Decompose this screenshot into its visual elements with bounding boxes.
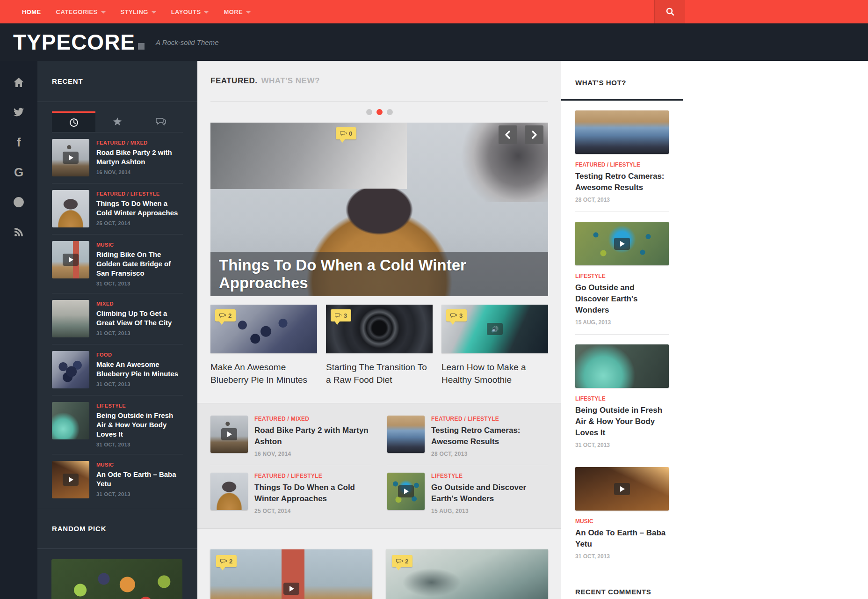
random-pick-image[interactable] — [51, 559, 182, 599]
post-category: LIFESTYLE — [575, 395, 669, 402]
carousel-next-button[interactable] — [525, 125, 543, 144]
post-thumbnail — [52, 241, 89, 278]
post-date: 31 OCT, 2013 — [96, 381, 183, 387]
recent-post[interactable]: LIFESTYLE Being Outside in Fresh Air & H… — [52, 395, 183, 454]
comment-count-badge: 2 — [215, 309, 236, 321]
post-date: 31 OCT, 2013 — [575, 553, 669, 560]
featured-sublabel: WHAT'S NEW? — [261, 76, 320, 86]
nav-item-categories[interactable]: CATEGORIES — [49, 0, 113, 23]
post-title: Testing Retro Cameras: Awesome Results — [575, 171, 669, 193]
post-title: Starting The Transition To a Raw Food Di… — [326, 361, 433, 386]
hot-post[interactable]: LIFESTYLE Being Outside in Fresh Air & H… — [575, 335, 669, 457]
tab-recent[interactable] — [52, 111, 95, 132]
rail-google-button[interactable]: G — [0, 157, 37, 187]
nav-label: HOME — [22, 8, 41, 15]
twitter-icon — [13, 108, 24, 117]
post-thumbnail — [52, 139, 89, 176]
nav-item-layouts[interactable]: LAYOUTS — [164, 0, 217, 23]
post-thumbnail — [52, 300, 89, 337]
post-category: FEATURED / MIXED — [96, 140, 183, 146]
site-header: TYPECORE A Rock-solid Theme — [0, 23, 868, 61]
comment-icon — [219, 313, 226, 318]
post-date: 16 NOV, 2014 — [254, 451, 371, 457]
facebook-icon: f — [17, 136, 21, 148]
logo-text: TYPECORE — [13, 31, 135, 53]
nav-label: CATEGORIES — [56, 8, 98, 15]
rail-twitter-button[interactable] — [0, 97, 37, 127]
play-icon — [63, 474, 79, 486]
recent-post[interactable]: FOOD Make An Awesome Blueberry Pie In Mi… — [52, 344, 183, 395]
featured-section-header: FEATURED. WHAT'S NEW? — [210, 61, 548, 102]
post-title: Go Outside and Discover Earth's Wonders — [575, 282, 669, 316]
post-thumbnail: 2 — [210, 305, 317, 353]
nav-item-home[interactable]: HOME — [14, 0, 49, 23]
recent-post[interactable]: MUSIC Riding Bike On The Golden Gate Bri… — [52, 234, 183, 293]
comment-icon — [335, 313, 341, 318]
hot-post[interactable]: LIFESTYLE Go Outside and Discover Earth'… — [575, 212, 669, 335]
hot-post[interactable]: MUSIC An Ode To Earth – Baba Yetu 31 OCT… — [575, 457, 669, 568]
slide-sky-art — [210, 123, 407, 189]
carousel-dot-active[interactable] — [376, 109, 383, 115]
carousel-dot[interactable] — [366, 109, 372, 115]
featured-label: FEATURED. — [210, 76, 258, 86]
rail-dribbble-button[interactable] — [0, 187, 37, 217]
post-thumbnail — [387, 416, 425, 453]
featured-item[interactable]: 3 Starting The Transition To a Raw Food … — [326, 305, 433, 386]
post-title: Go Outside and Discover Earth's Wonders — [431, 482, 548, 504]
grid-post[interactable]: LIFESTYLE Go Outside and Discover Earth'… — [387, 465, 548, 522]
post-date: 31 OCT, 2013 — [575, 442, 669, 448]
comment-count: 0 — [349, 130, 352, 137]
page: HOME CATEGORIES STYLING LAYOUTS MORE TYP… — [0, 0, 868, 599]
post-thumbnail — [52, 190, 89, 227]
nav-item-more[interactable]: MORE — [216, 0, 258, 23]
featured-item[interactable]: 2 Make An Awesome Blueberry Pie In Minut… — [210, 305, 317, 386]
recent-post[interactable]: MIXED Climbing Up To Get a Great View Of… — [52, 293, 183, 344]
recent-post[interactable]: MUSIC An Ode To Earth – Baba Yetu 31 OCT… — [52, 454, 183, 505]
recent-clock-icon — [69, 118, 79, 127]
featured-slide[interactable]: 0 Things To Do When a Cold Winter Approa… — [210, 123, 548, 296]
carousel-prev-button[interactable] — [499, 125, 517, 144]
play-icon — [614, 238, 630, 250]
search-icon — [665, 7, 675, 16]
tab-comments[interactable] — [139, 111, 182, 132]
carousel-dot[interactable] — [387, 109, 393, 115]
recent-widget-tabs — [52, 111, 183, 132]
post-image: 2 — [386, 549, 548, 599]
recent-post[interactable]: FEATURED / MIXED Road Bike Party 2 with … — [52, 132, 183, 183]
post-category: FEATURED / MIXED — [254, 416, 371, 422]
bottom-post[interactable]: 2 MUSIC31 OCT, 2013 — [210, 549, 372, 599]
grid-post[interactable]: FEATURED / LIFESTYLE Things To Do When a… — [210, 465, 371, 522]
recent-post[interactable]: FEATURED / LIFESTYLE Things To Do When a… — [52, 183, 183, 234]
hot-post[interactable]: FEATURED / LIFESTYLE Testing Retro Camer… — [575, 101, 669, 212]
featured-item[interactable]: 3 🔊 Learn How to Make a Healthy Smoothie — [441, 305, 548, 386]
play-icon — [398, 485, 414, 497]
post-title: Make An Awesome Blueberry Pie In Minutes — [210, 361, 317, 386]
nav-menu: HOME CATEGORIES STYLING LAYOUTS MORE — [0, 0, 258, 23]
tab-popular[interactable] — [95, 111, 139, 132]
post-category: MUSIC — [575, 518, 669, 525]
search-button[interactable] — [654, 0, 685, 23]
rail-rss-button[interactable] — [0, 217, 37, 247]
grid-post[interactable]: FEATURED / LIFESTYLE Testing Retro Camer… — [387, 408, 548, 465]
rail-home-button[interactable] — [0, 67, 37, 97]
post-thumbnail — [575, 110, 669, 154]
post-date: 28 OCT, 2013 — [431, 451, 548, 457]
comment-count-badge: 2 — [392, 555, 412, 567]
play-icon — [283, 583, 299, 595]
rail-facebook-button[interactable]: f — [0, 127, 37, 157]
post-category: LIFESTYLE — [431, 473, 548, 479]
bottom-post[interactable]: 2 MIXED31 OCT, 2013 — [386, 549, 548, 599]
post-date: 15 AUG, 2013 — [575, 319, 669, 326]
nav-item-styling[interactable]: STYLING — [113, 0, 164, 23]
post-thumbnail — [210, 473, 248, 510]
chevron-left-icon — [504, 130, 512, 139]
post-thumbnail — [575, 467, 669, 511]
post-date: 31 OCT, 2013 — [96, 491, 183, 497]
post-title: Riding Bike On The Golden Gate Bridge of… — [96, 250, 183, 278]
post-thumbnail — [52, 402, 89, 439]
grid-post[interactable]: FEATURED / MIXED Road Bike Party 2 with … — [210, 408, 371, 465]
recent-widget-title: RECENT — [52, 77, 83, 85]
site-logo[interactable]: TYPECORE — [13, 31, 145, 53]
post-category: MIXED — [96, 301, 183, 307]
right-sidebar: WHAT'S HOT? FEATURED / LIFESTYLE Testing… — [561, 61, 683, 599]
